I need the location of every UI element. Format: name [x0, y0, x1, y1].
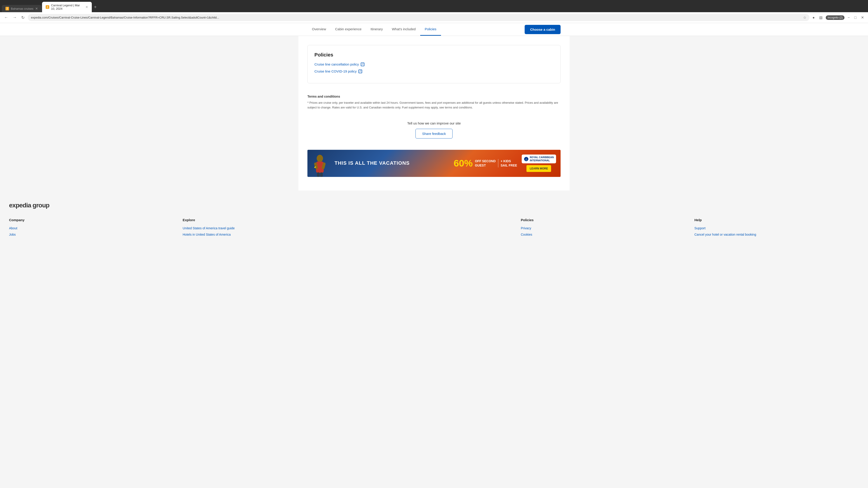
ad-kids-text: + KIDSSAIL FREE	[498, 159, 517, 167]
bookmark-icon[interactable]: ☆	[803, 15, 806, 20]
tab-itinerary[interactable]: Itinerary	[366, 23, 387, 36]
footer-col-company: Company About Jobs	[9, 218, 174, 239]
incognito-badge[interactable]: Incognito (2)	[826, 15, 844, 20]
footer-link-usa-guide[interactable]: United States of America travel guide	[183, 226, 512, 230]
cancellation-policy-label: Cruise line cancellation policy	[314, 62, 359, 66]
footer-col-help-title: Help	[694, 218, 859, 222]
ad-offer: 60% OFF SECONDGUEST + KIDSSAIL FREE	[454, 158, 517, 169]
footer-link-jobs[interactable]: Jobs	[9, 233, 174, 236]
tab-close-2[interactable]: ✕	[86, 5, 88, 9]
footer-link-support[interactable]: Support	[694, 226, 859, 230]
footer-columns: Company About Jobs Explore United States…	[9, 218, 859, 239]
policies-card: Policies Cruise line cancellation policy…	[307, 45, 561, 84]
tab-label-1: Bahamas cruises	[11, 7, 33, 10]
extensions-icon[interactable]: ▧	[818, 14, 824, 21]
external-link-icon-2	[359, 70, 362, 73]
browser-tab-2[interactable]: Z Carnival Legend | Mar 10, 2024 ✕	[42, 2, 92, 12]
learn-more-button[interactable]: LEARN MORE	[526, 165, 551, 172]
footer-col-policies: Policies Privacy Cookies	[521, 218, 685, 239]
footer-col-policies-title: Policies	[521, 218, 685, 222]
ad-brand-logo: ⚓ Royal CaribbeanINTERNATIONAL	[522, 155, 556, 163]
policies-title: Policies	[314, 52, 554, 58]
footer-link-cookies[interactable]: Cookies	[521, 233, 685, 236]
ad-text-main: THIS IS ALL THE VACATIONS	[335, 160, 449, 166]
svg-point-0	[317, 155, 323, 162]
profile-icon[interactable]: ●	[811, 15, 816, 21]
nav-tabs: Overview Cabin experience Itinerary What…	[307, 23, 520, 36]
browser-tab-1[interactable]: Z Bahamas cruises ✕	[2, 5, 41, 12]
choose-cabin-button[interactable]: Choose a cabin	[525, 25, 561, 34]
royal-brand-label: Royal CaribbeanINTERNATIONAL	[530, 156, 554, 162]
tab-cabin-experience[interactable]: Cabin experience	[331, 23, 366, 36]
ad-person-illustration	[312, 154, 328, 177]
footer-link-privacy[interactable]: Privacy	[521, 226, 685, 230]
close-button[interactable]: ✕	[860, 14, 865, 21]
svg-text:⚓: ⚓	[525, 158, 528, 161]
terms-text: * Prices are cruise only, per traveler a…	[307, 101, 561, 110]
footer: expedia group Company About Jobs Explore…	[0, 191, 868, 248]
tab-policies[interactable]: Policies	[420, 23, 441, 36]
browser-chrome: Z Bahamas cruises ✕ Z Carnival Legend | …	[0, 0, 868, 23]
cancellation-policy-link[interactable]: Cruise line cancellation policy	[314, 62, 554, 66]
external-link-icon-1	[361, 63, 364, 66]
covid-policy-link[interactable]: Cruise line COVID-19 policy	[314, 69, 554, 73]
footer-link-about[interactable]: About	[9, 226, 174, 230]
footer-link-cancel-booking[interactable]: Cancel your hotel or vacation rental boo…	[694, 233, 859, 236]
royal-caribbean-anchor-icon: ⚓	[524, 157, 528, 161]
footer-col-explore: Explore United States of America travel …	[183, 218, 512, 239]
address-bar[interactable]: expedia.com/Cruises/Carnival-Cruise-Line…	[28, 14, 809, 21]
maximize-button[interactable]: □	[853, 15, 858, 21]
svg-rect-4	[317, 172, 320, 177]
address-text: expedia.com/Cruises/Carnival-Cruise-Line…	[31, 16, 801, 19]
tab-close-1[interactable]: ✕	[35, 7, 38, 10]
browser-toolbar: ← → ↻ expedia.com/Cruises/Carnival-Cruis…	[0, 12, 868, 23]
back-button[interactable]: ←	[3, 14, 9, 21]
new-tab-button[interactable]: +	[92, 4, 98, 11]
tab-favicon-1: Z	[5, 7, 9, 10]
ad-offer-text: OFF SECONDGUEST	[475, 159, 496, 167]
terms-section: Terms and conditions * Prices are cruise…	[307, 90, 561, 115]
footer-col-company-title: Company	[9, 218, 174, 222]
feedback-prompt: Tell us how we can improve our site	[312, 121, 556, 125]
footer-col-explore-title: Explore	[183, 218, 512, 222]
main-content: Policies Cruise line cancellation policy…	[298, 36, 569, 191]
share-feedback-button[interactable]: Share feedback	[415, 129, 452, 138]
footer-link-hotels-usa[interactable]: Hotels in United States of America	[183, 233, 512, 236]
forward-button[interactable]: →	[11, 14, 18, 21]
ad-banner: THIS IS ALL THE VACATIONS 60% OFF SECOND…	[307, 150, 561, 177]
ad-figure	[312, 150, 330, 177]
page-navigation: Overview Cabin experience Itinerary What…	[0, 23, 868, 36]
tab-label-2: Carnival Legend | Mar 10, 2024	[51, 4, 84, 10]
feedback-section: Tell us how we can improve our site Shar…	[307, 115, 561, 145]
tab-whats-included[interactable]: What's included	[387, 23, 420, 36]
reload-button[interactable]: ↻	[20, 14, 26, 21]
footer-col-help: Help Support Cancel your hotel or vacati…	[694, 218, 859, 239]
covid-policy-label: Cruise line COVID-19 policy	[314, 69, 357, 73]
terms-title: Terms and conditions	[307, 95, 561, 98]
tab-overview[interactable]: Overview	[307, 23, 331, 36]
expedia-group-logo: expedia group	[9, 202, 859, 209]
ad-logo-area: ⚓ Royal CaribbeanINTERNATIONAL LEARN MOR…	[522, 155, 556, 172]
tab-favicon-2: Z	[46, 5, 49, 9]
tab-bar: Z Bahamas cruises ✕ Z Carnival Legend | …	[0, 0, 868, 12]
svg-rect-5	[320, 172, 323, 177]
toolbar-actions: ● ▧ Incognito (2) − □ ✕	[811, 14, 865, 21]
ad-percent: 60%	[454, 158, 473, 169]
minimize-button[interactable]: −	[846, 15, 851, 21]
ad-headline: THIS IS ALL THE VACATIONS	[335, 160, 449, 166]
